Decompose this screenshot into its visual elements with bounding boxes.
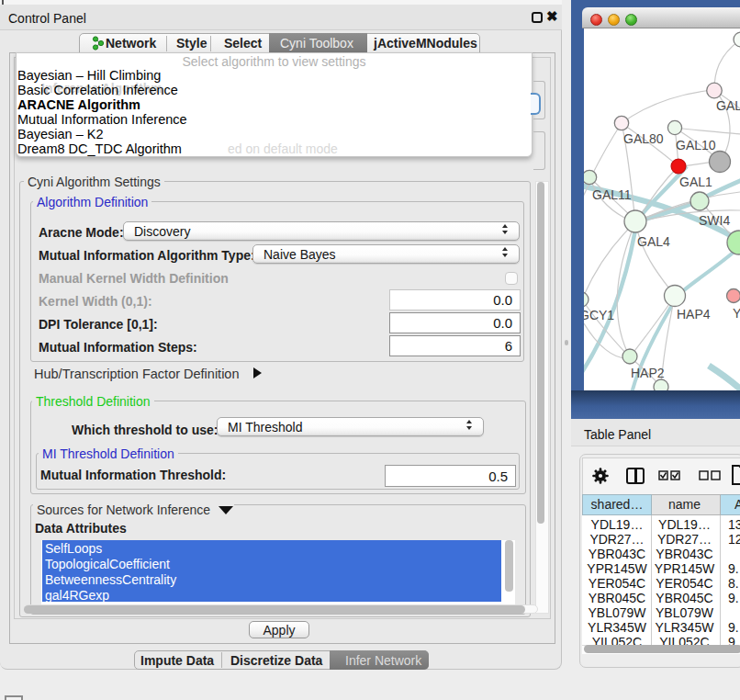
svg-text:GCY1: GCY1	[584, 308, 614, 322]
svg-text:GAL: GAL	[716, 98, 740, 113]
svg-text:SWI4: SWI4	[699, 213, 730, 228]
svg-text:HAP2: HAP2	[631, 366, 665, 380]
svg-text:Y: Y	[733, 306, 740, 321]
svg-text:GAL10: GAL10	[676, 138, 716, 152]
svg-text:GAL11: GAL11	[592, 187, 632, 202]
svg-text:GAL1: GAL1	[679, 175, 712, 189]
svg-text:HAP4: HAP4	[677, 307, 711, 322]
svg-text:GAL4: GAL4	[637, 234, 670, 249]
svg-text:GAL80: GAL80	[623, 131, 664, 146]
